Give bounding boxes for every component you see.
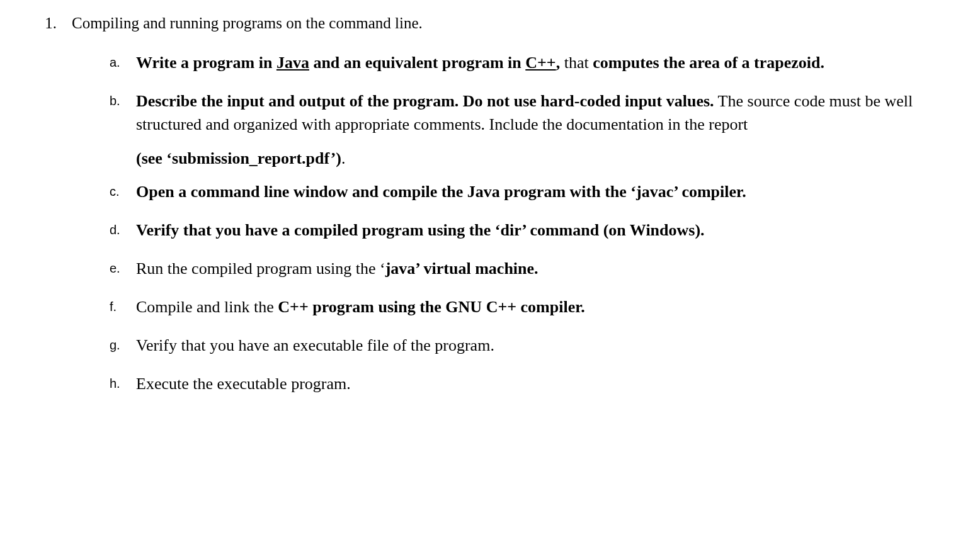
text-a-cpp: C++ (525, 54, 556, 72)
sub-item-g: g. Verify that you have an executable fi… (110, 334, 942, 358)
text-b-3: (see ‘submission_report.pdf’) (136, 149, 341, 167)
sub-content-b: Describe the input and output of the pro… (136, 90, 942, 171)
numbered-list: 1. Compiling and running programs on the… (38, 13, 942, 411)
text-a-java: Java (276, 54, 309, 72)
sub-content-d: Verify that you have a compiled program … (136, 219, 942, 242)
sub-item-c: c. Open a command line window and compil… (110, 181, 942, 204)
sub-marker-e: e. (110, 257, 123, 281)
text-b-1: Describe the input and output of the pro… (136, 92, 714, 110)
list-marker-1: 1. (38, 13, 57, 411)
sub-content-g: Verify that you have an executable file … (136, 334, 942, 358)
main-title: Compiling and running programs on the co… (72, 14, 423, 31)
text-f-1: Compile and link the (136, 298, 278, 316)
text-a-3: that (560, 54, 593, 72)
text-a-4: computes the area of a trapezoid. (593, 54, 824, 72)
text-b-dot: . (341, 149, 346, 167)
sub-content-h: Execute the executable program. (136, 373, 942, 396)
sub-marker-f: f. (110, 296, 123, 319)
sub-marker-b: b. (110, 90, 123, 171)
sub-item-b: b. Describe the input and output of the … (110, 90, 942, 171)
list-item-1: 1. Compiling and running programs on the… (38, 13, 942, 411)
sub-item-e: e. Run the compiled program using the ‘j… (110, 257, 942, 281)
sub-marker-a: a. (110, 52, 123, 75)
sub-marker-d: d. (110, 219, 123, 242)
text-f-2: C++ program using the GNU C++ compiler. (278, 298, 585, 316)
text-d-1: Verify that you have a compiled program … (136, 221, 705, 239)
text-e-2: java’ virtual machine. (385, 259, 538, 278)
sub-list: a. Write a program in Java and an equiva… (72, 52, 942, 396)
text-b-break: (see ‘submission_report.pdf’). (136, 147, 942, 171)
text-a-2: and an equivalent program in (309, 54, 525, 72)
text-g-1: Verify that you have an executable file … (136, 336, 494, 354)
text-a-1: Write a program in (136, 54, 276, 72)
sub-content-f: Compile and link the C++ program using t… (136, 296, 942, 319)
text-e-1: Run the compiled program using the ‘ (136, 259, 385, 278)
sub-item-f: f. Compile and link the C++ program usin… (110, 296, 942, 319)
sub-item-h: h. Execute the executable program. (110, 373, 942, 396)
sub-content-a: Write a program in Java and an equivalen… (136, 52, 942, 75)
sub-item-a: a. Write a program in Java and an equiva… (110, 52, 942, 75)
sub-marker-g: g. (110, 334, 123, 358)
sub-item-d: d. Verify that you have a compiled progr… (110, 219, 942, 242)
sub-content-c: Open a command line window and compile t… (136, 181, 942, 204)
text-c-1: Open a command line window and compile t… (136, 183, 746, 201)
text-h-1: Execute the executable program. (136, 375, 351, 393)
sub-marker-h: h. (110, 373, 123, 396)
sub-content-e: Run the compiled program using the ‘java… (136, 257, 942, 281)
sub-marker-c: c. (110, 181, 123, 204)
list-content-1: Compiling and running programs on the co… (72, 13, 942, 411)
